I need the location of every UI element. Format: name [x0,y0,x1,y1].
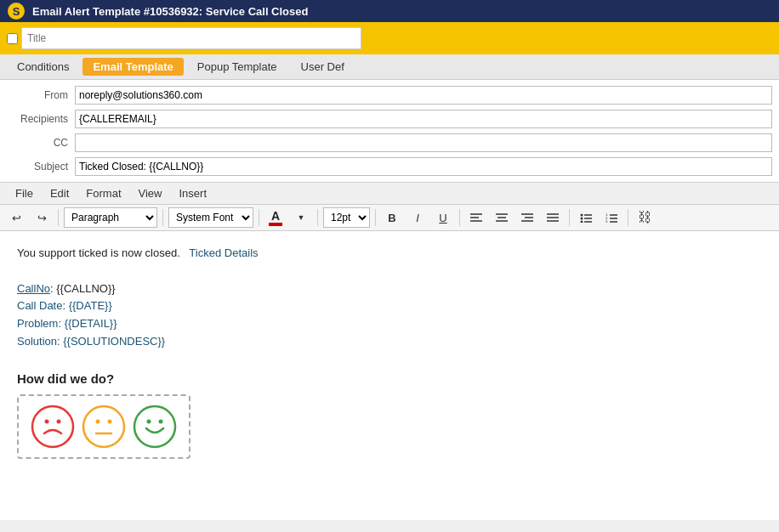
separator-8 [628,209,628,226]
smiley-rating-container[interactable] [17,394,190,459]
happy-face-icon[interactable] [133,405,177,449]
ticked-details-link[interactable]: Ticked Details [189,246,258,259]
align-right-button[interactable] [516,207,538,228]
callno-value: : {{CALLNO}} [50,282,116,295]
menu-file[interactable]: File [7,184,42,202]
sad-face-icon[interactable] [31,405,75,449]
yellow-toolbar [0,22,779,54]
tab-email-template[interactable]: Email Template [82,58,183,76]
color-indicator [269,223,282,226]
justify-icon [547,212,559,223]
undo-button[interactable]: ↩ [5,207,27,228]
title-checkbox-wrap [7,27,361,49]
font-select[interactable]: System Font [168,207,253,228]
link-button[interactable]: ⛓ [634,207,656,228]
cc-input[interactable] [75,133,772,152]
svg-point-31 [108,419,112,423]
font-size-select[interactable]: 12pt [323,207,370,228]
solution-text: Solution: {{SOLUTIONDESC}} [17,335,165,348]
separator-4 [317,209,318,226]
recipients-label: Recipients [7,113,75,125]
tab-user-def[interactable]: User Def [291,58,355,76]
bullet-list-button[interactable] [575,207,597,228]
font-color-dropdown[interactable]: ▼ [290,207,312,228]
editor-content[interactable]: You support ticked is now closed. Ticked… [0,231,779,520]
title-checkbox[interactable] [7,33,18,44]
date-text: Call Date: {{DATE}} [17,299,112,312]
align-left-icon [470,212,482,223]
editor-menu-bar: File Edit Format View Insert [0,183,779,205]
menu-insert[interactable]: Insert [170,184,215,202]
underline-button[interactable]: U [432,207,454,228]
separator-3 [259,209,259,226]
svg-point-35 [159,419,163,423]
menu-format[interactable]: Format [77,184,129,202]
svg-text:3.: 3. [606,219,608,223]
recipients-input[interactable] [75,110,772,128]
tab-popup-template[interactable]: Popup Template [187,58,287,76]
bullet-list-icon [580,212,592,223]
line1-paragraph: You support ticked is now closed. Ticked… [17,245,762,263]
window-title: Email Alert Template #10536932: Service … [32,5,308,18]
body-text: You support ticked is now closed. Ticked… [17,245,762,351]
format-toolbar: ↩ ↪ Paragraph System Font A ▼ 12pt B I U… [0,205,779,231]
subject-label: Subject [7,161,75,173]
svg-text:S: S [13,5,20,18]
subject-input[interactable] [75,157,772,176]
align-center-icon [496,212,508,223]
neutral-face-icon[interactable] [82,405,126,449]
tab-conditions[interactable]: Conditions [7,58,79,76]
cc-label: CC [7,137,75,149]
separator-6 [459,209,460,226]
how-title: How did we do? [17,371,762,386]
tabs-bar: Conditions Email Template Popup Template… [0,54,779,80]
svg-point-16 [581,218,583,220]
title-input[interactable] [21,27,361,49]
menu-view[interactable]: View [130,184,171,202]
from-input[interactable] [75,86,772,105]
redo-button[interactable]: ↪ [31,207,53,228]
problem-text: Problem: {{DETAIL}} [17,317,117,330]
how-did-we-do-section: How did we do? [17,371,762,459]
callno-line: CallNo: {{CALLNO}} [17,280,762,298]
align-left-button[interactable] [465,207,487,228]
numbered-list-icon: 1.2.3. [606,212,617,223]
menu-edit[interactable]: Edit [42,184,77,202]
separator-7 [569,209,570,226]
from-label: From [7,89,75,101]
numbered-list-button[interactable]: 1.2.3. [600,207,623,228]
recipients-row: Recipients [0,107,779,131]
align-right-icon [521,212,533,223]
separator-5 [375,209,376,226]
font-color-a-icon: A [271,210,280,222]
paragraph-select[interactable]: Paragraph [64,207,157,228]
form-fields: From Recipients CC Subject [0,80,779,183]
app-logo: S [7,2,26,20]
solution-line: Solution: {{SOLUTIONDESC}} [17,333,762,351]
title-bar: S Email Alert Template #10536932: Servic… [0,0,779,22]
cc-row: CC [0,131,779,155]
problem-line: Problem: {{DETAIL}} [17,315,762,333]
svg-point-27 [45,419,49,423]
separator-1 [58,209,59,226]
bold-button[interactable]: B [381,207,403,228]
svg-point-29 [83,406,124,447]
callno-label: CallNo [17,282,50,295]
align-center-button[interactable] [491,207,513,228]
svg-point-28 [57,419,61,423]
date-line: Call Date: {{DATE}} [17,297,762,315]
svg-point-26 [32,406,73,447]
from-row: From [0,83,779,107]
svg-point-18 [581,221,583,224]
font-color-button[interactable]: A [264,207,287,228]
separator-2 [162,209,163,226]
subject-row: Subject [0,155,779,178]
svg-point-34 [147,419,151,423]
svg-point-30 [96,419,100,423]
justify-button[interactable] [542,207,564,228]
svg-point-33 [134,406,175,447]
line1-text: You support ticked is now closed. [17,246,180,259]
italic-button[interactable]: I [407,207,429,228]
svg-point-14 [581,214,583,217]
